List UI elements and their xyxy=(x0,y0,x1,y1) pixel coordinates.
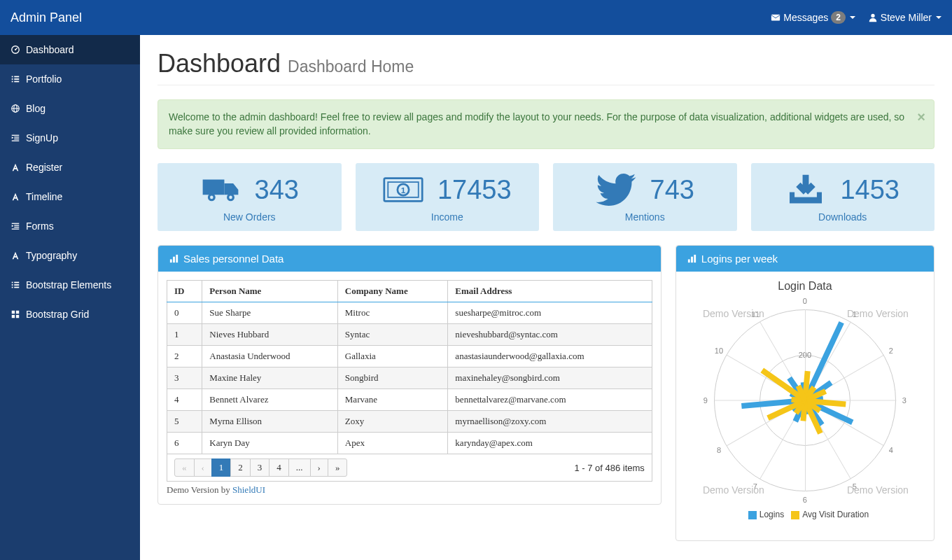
sidebar-item-signup[interactable]: SignUp xyxy=(0,123,140,153)
logins-panel-title: Logins per week xyxy=(701,253,778,265)
cell-id: 6 xyxy=(167,433,202,454)
cell-id: 3 xyxy=(167,368,202,389)
cell-email: bennettalvarez@marvane.com xyxy=(448,389,652,411)
alert-text: Welcome to the admin dashboard! Feel fre… xyxy=(169,111,904,136)
font-icon xyxy=(10,251,20,260)
pager-button[interactable]: ... xyxy=(288,458,311,477)
page-subtitle: Dashboard Home xyxy=(288,57,414,76)
dashboard-icon xyxy=(10,45,20,55)
stat-card-new-orders[interactable]: 343New Orders xyxy=(158,163,342,231)
pager-bar: «‹1234...›» 1 - 7 of 486 items xyxy=(167,454,652,482)
stat-value: 17453 xyxy=(438,175,512,205)
table-row[interactable]: 3Maxine HaleySongbirdmaxinehaley@songbir… xyxy=(167,368,652,389)
truck-icon xyxy=(200,174,241,206)
pager-button[interactable]: › xyxy=(310,458,328,477)
grid-icon xyxy=(10,309,20,319)
pager-button[interactable]: 3 xyxy=(250,458,270,477)
sidebar-item-label: Dashboard xyxy=(26,44,74,55)
watermark: Demo Version xyxy=(847,308,909,319)
sidebar-item-timeline[interactable]: Timeline xyxy=(0,182,140,211)
pager-button[interactable]: 2 xyxy=(230,458,251,477)
axis-label: 2 xyxy=(889,346,893,355)
sales-panel: Sales personnel Data IDPerson NameCompan… xyxy=(158,245,662,505)
axis-label: 9 xyxy=(704,396,708,405)
stats-row: 343New Orders17453Income743Mentions1453D… xyxy=(158,163,934,231)
brand[interactable]: Admin Panel xyxy=(10,10,82,25)
stat-card-mentions[interactable]: 743Mentions xyxy=(553,163,737,231)
legend-label: Avg Visit Duration xyxy=(802,510,869,519)
user-icon xyxy=(868,13,878,22)
sidebar-item-bootstrap-grid[interactable]: Bootstrap Grid xyxy=(0,300,140,329)
cell-company: Zoxy xyxy=(337,411,448,433)
cell-name: Bennett Alvarez xyxy=(202,389,337,411)
cell-company: Apex xyxy=(337,433,448,454)
table-row[interactable]: 0Sue SharpeMitrocsuesharpe@mitroc.com xyxy=(167,302,652,324)
sidebar-item-label: Forms xyxy=(26,220,54,232)
column-header[interactable]: Email Address xyxy=(448,281,652,302)
sidebar-item-register[interactable]: Register xyxy=(0,153,140,182)
table-row[interactable]: 4Bennett AlvarezMarvanebennettalvarez@ma… xyxy=(167,389,652,411)
axis-label: 10 xyxy=(715,346,723,355)
cell-email: maxinehaley@songbird.com xyxy=(448,368,652,389)
stat-value: 743 xyxy=(650,175,694,205)
cell-email: karynday@apex.com xyxy=(448,433,652,454)
sidebar-item-bootstrap-elements[interactable]: Bootstrap Elements xyxy=(0,270,140,300)
stat-card-downloads[interactable]: 1453Downloads xyxy=(751,163,935,231)
polar-chart: Login Data 020001234567891011Demo Versio… xyxy=(685,280,925,532)
pager-button[interactable]: » xyxy=(328,458,348,477)
indent-icon xyxy=(10,133,20,143)
pager-button[interactable]: 4 xyxy=(269,458,289,477)
axis-label: 6 xyxy=(803,496,807,504)
column-header[interactable]: ID xyxy=(167,281,202,302)
column-header[interactable]: Company Name xyxy=(337,281,448,302)
stat-value: 343 xyxy=(255,175,299,205)
sidebar-item-dashboard[interactable]: Dashboard xyxy=(0,35,140,64)
cell-name: Nieves Hubbard xyxy=(202,324,337,346)
demo-credit: Demo Version by ShieldUI xyxy=(167,484,652,496)
alert-close-button[interactable]: × xyxy=(917,107,925,127)
logins-panel: Logins per week Login Data 0200012345678… xyxy=(676,245,934,541)
cell-email: suesharpe@mitroc.com xyxy=(448,302,652,324)
cell-id: 2 xyxy=(167,346,202,368)
pager-button[interactable]: 1 xyxy=(211,458,232,477)
sales-panel-title: Sales personnel Data xyxy=(183,253,284,265)
cell-company: Songbird xyxy=(337,368,448,389)
legend-swatch xyxy=(791,511,799,519)
welcome-alert: Welcome to the admin dashboard! Feel fre… xyxy=(158,99,934,149)
stat-card-income[interactable]: 17453Income xyxy=(356,163,540,231)
cell-company: Syntac xyxy=(337,324,448,346)
cell-id: 1 xyxy=(167,324,202,346)
table-row[interactable]: 1Nieves HubbardSyntacnieveshubbard@synta… xyxy=(167,324,652,346)
sidebar-item-label: Portfolio xyxy=(26,74,62,85)
pager-button[interactable]: ‹ xyxy=(194,458,212,477)
table-row[interactable]: 5Myrna EllisonZoxymyrnaellison@zoxy.com xyxy=(167,411,652,433)
user-menu[interactable]: Steve Miller xyxy=(868,12,941,23)
table-row[interactable]: 6Karyn DayApexkarynday@apex.com xyxy=(167,433,652,454)
stat-label: Downloads xyxy=(758,211,928,223)
table-row[interactable]: 2Anastasia UnderwoodGallaxiaanastasiaund… xyxy=(167,346,652,368)
sidebar-item-label: Blog xyxy=(26,103,46,114)
pager-summary: 1 - 7 of 486 items xyxy=(574,463,644,473)
sidebar-item-portfolio[interactable]: Portfolio xyxy=(0,64,140,94)
stat-value: 1453 xyxy=(840,175,899,205)
sidebar-item-forms[interactable]: Forms xyxy=(0,211,140,241)
list-icon xyxy=(10,280,20,290)
globe-icon xyxy=(10,104,20,113)
shieldui-link[interactable]: ShieldUI xyxy=(232,484,265,495)
sidebar: DashboardPortfolioBlogSignUpRegisterTime… xyxy=(0,35,140,560)
axis-label: 8 xyxy=(717,446,721,454)
cell-company: Marvane xyxy=(337,389,448,411)
messages-menu[interactable]: Messages 2 xyxy=(771,11,855,24)
cell-name: Myrna Ellison xyxy=(202,411,337,433)
sidebar-item-typography[interactable]: Typography xyxy=(0,241,140,270)
chart-title: Login Data xyxy=(685,280,925,293)
cell-email: nieveshubbard@syntac.com xyxy=(448,324,652,346)
column-header[interactable]: Person Name xyxy=(202,281,337,302)
sidebar-item-label: Bootstrap Elements xyxy=(26,279,111,290)
pager-button[interactable]: « xyxy=(174,458,195,477)
sidebar-item-blog[interactable]: Blog xyxy=(0,94,140,123)
sidebar-item-label: Bootstrap Grid xyxy=(26,309,89,320)
watermark: Demo Version xyxy=(703,308,764,319)
user-name: Steve Miller xyxy=(881,12,932,23)
cell-company: Mitroc xyxy=(337,302,448,324)
